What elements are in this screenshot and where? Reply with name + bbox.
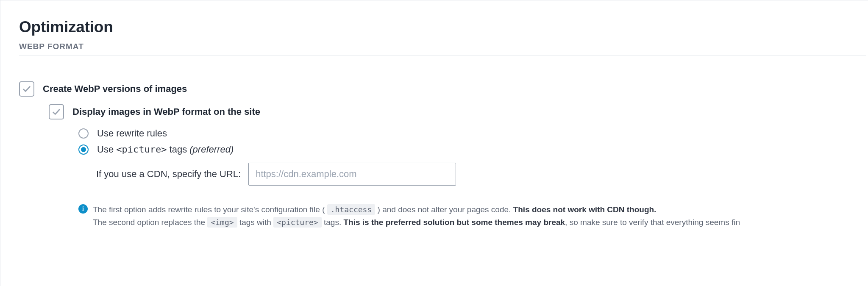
- picture-tags-radio[interactable]: [78, 144, 89, 155]
- info1-code: .htaccess: [327, 204, 376, 215]
- create-webp-checkbox[interactable]: [19, 81, 34, 97]
- section-label: WEBP FORMAT: [19, 42, 866, 56]
- display-webp-label: Display images in WebP format on the sit…: [72, 106, 260, 117]
- info-block: i The first option adds rewrite rules to…: [78, 203, 868, 229]
- info-text: The first option adds rewrite rules to y…: [93, 203, 740, 229]
- options-group: Create WebP versions of images Display i…: [19, 81, 868, 229]
- create-webp-label: Create WebP versions of images: [43, 83, 187, 94]
- rewrite-rules-label: Use rewrite rules: [97, 128, 167, 139]
- display-webp-checkbox[interactable]: [49, 104, 64, 119]
- radio-dot-icon: [81, 147, 86, 152]
- rewrite-rules-radio[interactable]: [78, 128, 89, 139]
- check-icon: [22, 84, 31, 94]
- info1-a: The first option adds rewrite rules to y…: [93, 205, 327, 214]
- info-line-1: The first option adds rewrite rules to y…: [93, 203, 740, 216]
- info-icon: i: [78, 204, 88, 214]
- picture-tags-row: Use <picture> tags (preferred): [78, 144, 868, 155]
- cdn-url-input[interactable]: [248, 163, 456, 186]
- create-webp-row: Create WebP versions of images: [19, 81, 868, 97]
- picture-label-prefix: Use: [97, 144, 116, 155]
- picture-label-suffix: tags: [167, 144, 189, 155]
- info2-code2: <picture>: [273, 217, 322, 228]
- info-line-2: The second option replaces the <img> tag…: [93, 216, 740, 229]
- info2-a: The second option replaces the: [93, 218, 207, 227]
- cdn-label: If you use a CDN, specify the URL:: [96, 169, 241, 180]
- info2-c: tags.: [322, 218, 344, 227]
- info2-d: , so make sure to verify that everything…: [565, 218, 740, 227]
- optimization-panel: Optimization WEBP FORMAT Create WebP ver…: [0, 0, 868, 286]
- cdn-row: If you use a CDN, specify the URL:: [96, 163, 868, 186]
- check-icon: [52, 107, 61, 117]
- picture-tags-label: Use <picture> tags (preferred): [97, 144, 234, 155]
- picture-label-tag: <picture>: [116, 144, 167, 155]
- info1-b: ) and does not alter your pages code.: [375, 205, 513, 214]
- info1-strong: This does not work with CDN though.: [513, 205, 657, 214]
- picture-label-note: (preferred): [189, 144, 234, 155]
- page-title: Optimization: [19, 18, 868, 36]
- rewrite-rules-row: Use rewrite rules: [78, 128, 868, 139]
- display-webp-row: Display images in WebP format on the sit…: [49, 104, 868, 119]
- info2-b: tags with: [237, 218, 274, 227]
- info2-strong: This is the preferred solution but some …: [343, 218, 565, 227]
- info2-code1: <img>: [207, 217, 237, 228]
